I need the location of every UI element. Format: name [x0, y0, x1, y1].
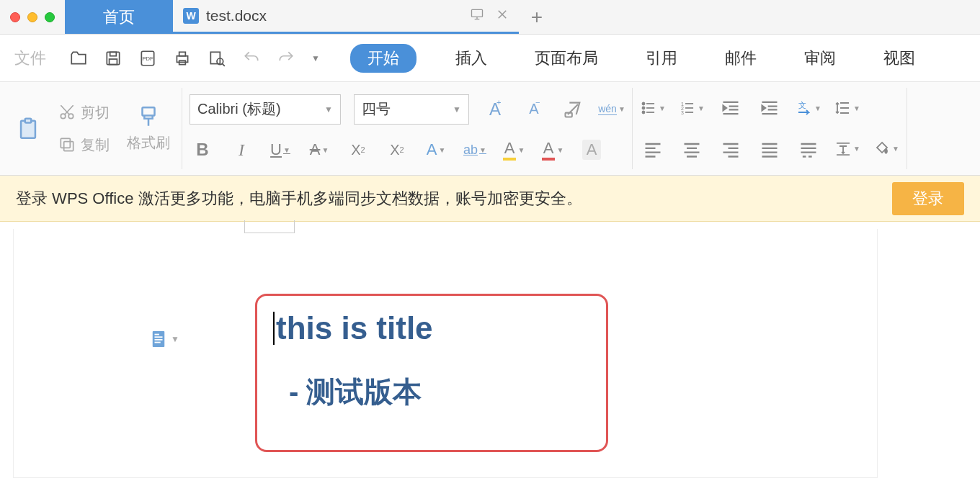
font-group: Calibri (标题) ▼ 四号 ▼ A+ A− wén▼ B I U▼ A▼… — [182, 88, 633, 169]
ribbon-tab-mail[interactable]: 邮件 — [716, 45, 765, 72]
strikethrough-button[interactable]: A▼ — [306, 137, 332, 163]
tab-document[interactable]: W test.docx — [173, 0, 519, 34]
document-subtitle[interactable]: - 测试版本 — [276, 372, 587, 412]
line-spacing-button[interactable]: ▼ — [834, 95, 860, 121]
svg-rect-7 — [179, 52, 186, 55]
cut-label: 剪切 — [81, 103, 110, 122]
ribbon-tab-layout[interactable]: 页面布局 — [526, 45, 607, 72]
tab-doc-actions — [470, 7, 509, 25]
annotation-highlight-box: this is title - 测试版本 — [255, 294, 608, 452]
bullets-button[interactable]: ▼ — [640, 95, 666, 121]
shrink-font-button[interactable]: A− — [521, 96, 547, 122]
ribbon-tab-review[interactable]: 审阅 — [796, 45, 845, 72]
document-page[interactable]: ▼ this is title - 测试版本 — [13, 229, 878, 478]
clipboard-group: 剪切 复制 格式刷 — [4, 88, 182, 169]
undo-icon[interactable] — [242, 49, 261, 68]
quick-access-dropdown[interactable]: ▼ — [311, 53, 320, 63]
login-button[interactable]: 登录 — [892, 182, 964, 215]
window-zoom-icon[interactable] — [45, 12, 55, 22]
clear-format-button[interactable] — [560, 96, 586, 122]
banner-text: 登录 WPS Office 激活更多功能，电脑手机多端同步文档数据，账号加密更安… — [16, 188, 582, 209]
ribbon-tab-start[interactable]: 开始 — [350, 44, 416, 73]
cut-button[interactable]: 剪切 — [58, 103, 110, 122]
font-family-value: Calibri (标题) — [197, 99, 281, 119]
document-title-text: this is title — [276, 310, 433, 346]
phonetic-label: wén — [598, 103, 617, 115]
ruler-tab-mark — [244, 220, 295, 233]
window-minimize-icon[interactable] — [27, 12, 37, 22]
svg-text:文: 文 — [798, 101, 806, 109]
ribbon-tab-insert[interactable]: 插入 — [447, 45, 496, 72]
subscript-button[interactable]: X2 — [384, 137, 410, 163]
document-title[interactable]: this is title — [276, 310, 587, 346]
svg-rect-30 — [155, 342, 161, 343]
svg-rect-3 — [110, 59, 117, 65]
title-bar: 首页 W test.docx + — [0, 0, 980, 35]
ribbon-tab-view[interactable]: 视图 — [875, 45, 924, 72]
svg-rect-28 — [155, 336, 163, 338]
paste-button[interactable] — [12, 117, 45, 141]
login-banner: 登录 WPS Office 激活更多功能，电脑手机多端同步文档数据，账号加密更安… — [0, 176, 980, 222]
font-color-button[interactable]: A▼ — [540, 137, 566, 163]
chevron-down-icon: ▼ — [171, 334, 179, 344]
superscript-button[interactable]: X2 — [345, 137, 371, 163]
window-controls — [0, 0, 65, 34]
text-effect-button[interactable]: A▼ — [423, 137, 449, 163]
svg-rect-29 — [155, 339, 163, 341]
format-painter-button[interactable]: 格式刷 — [122, 104, 174, 153]
copy-button[interactable]: 复制 — [58, 135, 110, 155]
pdf-icon[interactable]: PDF — [138, 49, 157, 68]
paragraph-group: ▼ 123▼ 文▼ ▼ ▼ ▼ — [633, 88, 907, 169]
menu-bar: 文件 PDF ▼ 开始 插入 页面布局 引用 邮件 审阅 视图 — [0, 35, 980, 82]
align-left-button[interactable] — [640, 136, 666, 162]
numbering-button[interactable]: 123▼ — [679, 95, 705, 121]
svg-rect-18 — [566, 112, 572, 117]
tab-add-button[interactable]: + — [519, 0, 555, 34]
ribbon-toolbar: 剪切 复制 格式刷 Calibri (标题) ▼ 四号 ▼ — [0, 82, 980, 176]
print-preview-icon[interactable] — [208, 49, 226, 68]
vertical-align-button[interactable]: ▼ — [834, 136, 860, 162]
document-area: ▼ this is title - 测试版本 — [0, 222, 980, 478]
navigation-pane-icon[interactable]: ▼ — [151, 330, 179, 348]
char-border-button[interactable]: ab▼ — [462, 137, 488, 163]
doc-type-icon: W — [183, 8, 199, 24]
tab-close-icon[interactable] — [496, 7, 509, 25]
shading-button[interactable]: ▼ — [873, 136, 899, 162]
save-icon[interactable] — [104, 49, 122, 68]
window-close-icon[interactable] — [10, 12, 20, 22]
font-family-select[interactable]: Calibri (标题) ▼ — [190, 94, 341, 125]
chevron-down-icon: ▼ — [324, 104, 333, 114]
align-right-button[interactable] — [718, 136, 744, 162]
tab-home[interactable]: 首页 — [65, 0, 173, 34]
grow-font-button[interactable]: A+ — [482, 96, 508, 122]
svg-rect-2 — [110, 52, 117, 55]
italic-button[interactable]: I — [228, 137, 254, 163]
file-menu[interactable]: 文件 — [14, 48, 46, 69]
format-painter-label: 格式刷 — [127, 133, 170, 153]
decrease-indent-button[interactable] — [718, 95, 744, 121]
highlight-button[interactable]: A▼ — [501, 137, 527, 163]
open-icon[interactable] — [69, 49, 88, 68]
redo-icon[interactable] — [277, 49, 295, 68]
font-size-value: 四号 — [362, 99, 391, 119]
align-center-button[interactable] — [679, 136, 705, 162]
font-size-select[interactable]: 四号 ▼ — [354, 94, 469, 125]
print-icon[interactable] — [173, 49, 192, 68]
bold-button[interactable]: B — [190, 137, 215, 163]
increase-indent-button[interactable] — [757, 95, 783, 121]
ribbon-tab-reference[interactable]: 引用 — [637, 45, 686, 72]
underline-button[interactable]: U▼ — [267, 137, 293, 163]
present-icon[interactable] — [470, 7, 484, 25]
svg-point-19 — [643, 103, 645, 105]
svg-rect-12 — [25, 118, 32, 122]
svg-rect-17 — [143, 107, 155, 115]
svg-rect-27 — [155, 334, 159, 335]
char-shading-button[interactable]: A — [579, 137, 605, 163]
text-cursor — [273, 312, 275, 345]
svg-rect-15 — [64, 142, 74, 151]
svg-text:3: 3 — [681, 110, 684, 115]
distribute-button[interactable] — [796, 136, 821, 162]
phonetic-guide-button[interactable]: wén▼ — [599, 96, 625, 122]
text-direction-button[interactable]: 文▼ — [796, 95, 821, 121]
align-justify-button[interactable] — [757, 136, 783, 162]
